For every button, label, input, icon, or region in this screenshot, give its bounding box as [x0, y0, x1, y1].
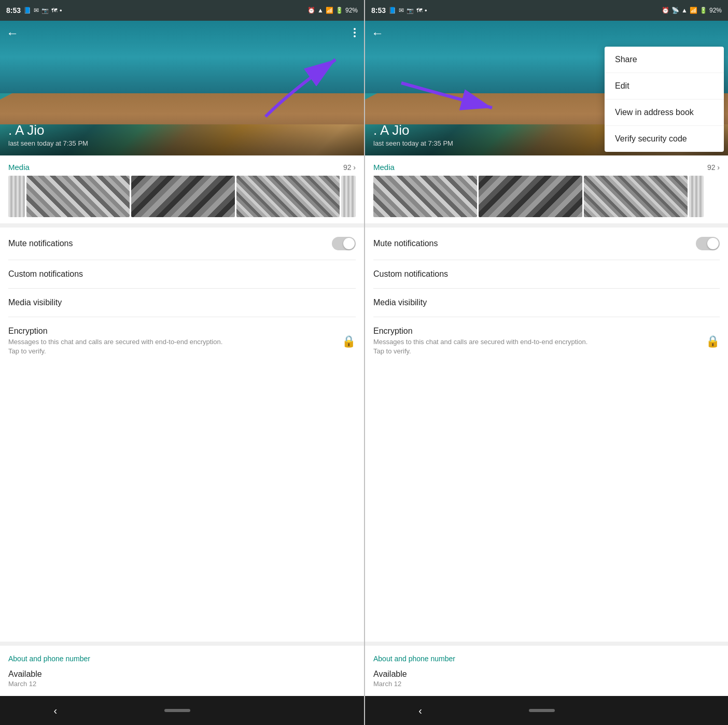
status-right-icons: ⏰ ▲ 📶 🔋 92% — [307, 7, 358, 14]
mute-label-left: Mute notifications — [8, 239, 73, 248]
encryption-item-right[interactable]: Encryption Messages to this chat and cal… — [365, 317, 728, 365]
divider-full-2-right — [365, 642, 728, 646]
lock-icon-right: 🔒 — [706, 335, 720, 348]
alarm-icon: ⏰ — [307, 7, 315, 14]
battery-pct-right: 92% — [709, 7, 722, 14]
status-left-icons: 8:53 📘 ✉ 📷 🗺 • — [6, 6, 62, 15]
media-header-right: Media 92 › — [365, 155, 728, 176]
dropdown-item-address-book[interactable]: View in address book — [605, 99, 724, 126]
media-count-left[interactable]: 92 › — [343, 163, 356, 172]
wifi-icon: ▲ — [317, 7, 324, 14]
mail-icon-right: ✉ — [399, 7, 404, 14]
menu-dot-2 — [354, 32, 356, 34]
dropdown-item-share[interactable]: Share — [605, 47, 724, 73]
left-panel: 8:53 📘 ✉ 📷 🗺 • ⏰ ▲ 📶 🔋 92% ← — [0, 0, 364, 725]
menu-dot-3 — [354, 35, 356, 37]
media-thumb-r4[interactable] — [689, 176, 704, 217]
divider-full-2-left — [0, 642, 364, 646]
about-date-left: March 12 — [0, 680, 364, 696]
encryption-item-left[interactable]: Encryption Messages to this chat and cal… — [0, 317, 364, 365]
maps-icon-right: 🗺 — [416, 7, 422, 13]
media-thumb-r2[interactable] — [479, 176, 582, 217]
contact-status-left: last seen today at 7:35 PM — [8, 139, 356, 147]
menu-dot-1 — [354, 28, 356, 30]
about-header-right: About and phone number — [365, 646, 728, 667]
mail-icon: ✉ — [34, 7, 39, 14]
back-button-left[interactable]: ← — [6, 26, 19, 40]
about-header-left: About and phone number — [0, 646, 364, 667]
media-thumb-3[interactable] — [236, 176, 340, 217]
media-thumb-0[interactable] — [8, 176, 25, 217]
mute-toggle-knob-right — [707, 238, 719, 249]
encryption-sub-right: Messages to this chat and calls are secu… — [373, 337, 591, 356]
nav-home-bar-right[interactable] — [529, 709, 555, 712]
settings-list-right: Mute notifications Custom notifications … — [365, 228, 728, 642]
about-section-left: About and phone number Available March 1… — [0, 646, 364, 696]
right-panel: 8:53 📘 ✉ 📷 🗺 • ⏰ 📡 ▲ 📶 🔋 92% ← Share Edi… — [364, 0, 728, 725]
media-section-right: Media 92 › — [365, 155, 728, 223]
header-left: ← . A Jio last seen today at 7:35 PM — [0, 21, 364, 155]
dropdown-menu-right: Share Edit View in address book Verify s… — [605, 47, 724, 152]
instagram-icon: 📷 — [41, 7, 49, 14]
fb-icon: 📘 — [23, 7, 31, 14]
time-right: 8:53 — [371, 6, 386, 15]
media-visibility-label-right: Media visibility — [373, 298, 427, 307]
dropdown-item-verify[interactable]: Verify security code — [605, 126, 724, 152]
mute-label-right: Mute notifications — [373, 239, 438, 248]
divider-full-right — [365, 223, 728, 228]
mute-item-left[interactable]: Mute notifications — [0, 228, 364, 260]
media-visibility-item-right[interactable]: Media visibility — [365, 289, 728, 317]
battery-icon: 🔋 — [335, 7, 343, 14]
lock-icon-left: 🔒 — [342, 335, 356, 348]
about-status-left: Available — [0, 667, 364, 680]
nav-home-bar-left[interactable] — [164, 709, 190, 712]
signal-icon-right: 📶 — [690, 7, 697, 14]
contact-name-left: . A Jio — [8, 122, 356, 138]
dot-icon-right: • — [425, 7, 427, 15]
status-bar-left: 8:53 📘 ✉ 📷 🗺 • ⏰ ▲ 📶 🔋 92% — [0, 0, 364, 21]
alarm-icon-right: ⏰ — [662, 7, 669, 14]
instagram-icon-right: 📷 — [407, 7, 414, 14]
custom-notif-item-right[interactable]: Custom notifications — [365, 260, 728, 288]
settings-list-left: Mute notifications Custom notifications … — [0, 228, 364, 642]
nav-back-right[interactable]: ‹ — [418, 705, 422, 717]
menu-button-left[interactable] — [352, 26, 358, 39]
media-thumbnails-left — [0, 176, 364, 223]
media-thumb-r3[interactable] — [584, 176, 688, 217]
media-title-left[interactable]: Media — [8, 163, 30, 172]
media-header-left: Media 92 › — [0, 155, 364, 176]
media-visibility-item-left[interactable]: Media visibility — [0, 289, 364, 317]
media-count-right[interactable]: 92 › — [707, 163, 720, 172]
media-thumb-1[interactable] — [26, 176, 130, 217]
media-title-right[interactable]: Media — [373, 163, 395, 172]
encryption-label-left: Encryption — [8, 326, 226, 336]
nav-bar-left: ‹ — [0, 696, 364, 725]
custom-notif-item-left[interactable]: Custom notifications — [0, 260, 364, 288]
media-thumb-r1[interactable] — [373, 176, 477, 217]
maps-icon: 🗺 — [51, 7, 57, 13]
nav-bar-right: ‹ — [365, 696, 728, 725]
media-thumb-4[interactable] — [341, 176, 356, 217]
wifi-icon-right: ▲ — [681, 7, 688, 14]
time-left: 8:53 — [6, 6, 21, 15]
divider-full-left — [0, 223, 364, 228]
encryption-text-left: Encryption Messages to this chat and cal… — [8, 326, 226, 356]
about-title-right[interactable]: About and phone number — [373, 655, 455, 663]
mute-toggle-left[interactable] — [332, 237, 356, 250]
media-thumb-2[interactable] — [131, 176, 234, 217]
encryption-sub-left: Messages to this chat and calls are secu… — [8, 337, 226, 356]
media-thumbnails-right — [365, 176, 728, 223]
mute-toggle-knob-left — [343, 238, 355, 249]
about-title-left[interactable]: About and phone number — [8, 655, 90, 663]
mute-toggle-right[interactable] — [696, 237, 720, 250]
cast-icon-right: 📡 — [671, 7, 679, 14]
status-bar-right: 8:53 📘 ✉ 📷 🗺 • ⏰ 📡 ▲ 📶 🔋 92% — [365, 0, 728, 21]
media-visibility-label-left: Media visibility — [8, 298, 62, 307]
dot-icon: • — [60, 7, 62, 15]
mute-item-right[interactable]: Mute notifications — [365, 228, 728, 260]
dropdown-item-edit[interactable]: Edit — [605, 73, 724, 99]
about-status-right: Available — [365, 667, 728, 680]
status-right-icons-right: ⏰ 📡 ▲ 📶 🔋 92% — [662, 7, 722, 14]
nav-back-left[interactable]: ‹ — [54, 705, 58, 717]
back-button-right[interactable]: ← — [371, 26, 384, 40]
